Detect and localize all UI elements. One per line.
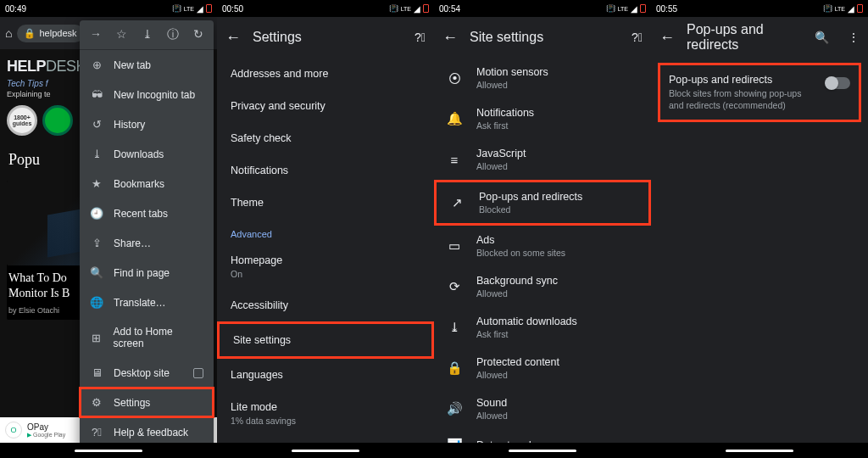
back-icon[interactable]: ← — [659, 29, 675, 47]
pane-chrome-menu: 00:49 📳 LTE ◢ ⌂ 🔒 helpdesk HELPDESK Tech… — [0, 0, 217, 458]
status-icons: 📳 LTE ◢ — [172, 4, 212, 14]
app-bar: ← Settings ?⃝ — [217, 17, 434, 58]
toggle-switch[interactable] — [826, 77, 850, 89]
system-nav — [0, 443, 217, 458]
menu-item-desktop-site[interactable]: 🖥Desktop site — [80, 358, 214, 388]
bell-icon: 🔔 — [446, 111, 463, 126]
menu-item-bookmarks[interactable]: ★Bookmarks — [80, 169, 214, 198]
menu-item-recent-tabs[interactable]: 🕘Recent tabs — [80, 198, 214, 228]
site-setting-row[interactable]: 🔔NotificationsAsk first — [434, 98, 651, 139]
menu-item-share-[interactable]: ⇪Share… — [80, 228, 214, 258]
ad-icon: O — [5, 422, 22, 438]
protected-icon: 🔒 — [446, 360, 463, 376]
back-icon[interactable]: ← — [225, 29, 241, 47]
sync-icon: ⟳ — [446, 279, 463, 294]
settings-item[interactable]: Accessibility — [217, 289, 434, 321]
home-icon[interactable]: ⌂ — [5, 26, 12, 40]
download-icon: ⤓ — [90, 148, 103, 160]
star-icon[interactable]: ☆ — [116, 27, 127, 42]
page-title: Site settings — [470, 30, 613, 45]
site-setting-row[interactable]: ≡JavaScriptAllowed — [434, 139, 651, 180]
forward-icon[interactable]: → — [90, 27, 102, 42]
signal-icon: ◢ — [197, 4, 203, 14]
settings-item[interactable]: Addresses and more — [217, 58, 434, 90]
ad-sub: ▶Google Play — [27, 432, 65, 438]
menu-item-add-to-home-screen[interactable]: ⊞Add to Home screen — [80, 317, 214, 358]
site-setting-row[interactable]: ▭AdsBlocked on some sites — [434, 226, 651, 266]
app-bar: ← Pop-ups and redirects 🔍 ⋮ — [651, 17, 868, 58]
popups-toggle-row[interactable]: Pop-ups and redirects Block sites from s… — [658, 63, 861, 122]
toggle-desc: Block sites from showing pop-ups and red… — [669, 88, 818, 111]
menu-item-downloads[interactable]: ⤓Downloads — [80, 139, 214, 169]
autodl-icon: ⤓ — [446, 320, 463, 335]
site-settings-list: ⦿Motion sensorsAllowed🔔NotificationsAsk … — [434, 58, 651, 458]
nav-pill[interactable] — [509, 450, 576, 452]
menu-item-new-tab[interactable]: ⊕New tab — [80, 50, 214, 80]
clock: 00:50 — [222, 4, 243, 14]
url-chip[interactable]: 🔒 helpdesk — [17, 25, 83, 42]
nav-pill[interactable] — [726, 450, 793, 452]
status-bar: 00:55 📳LTE◢ — [651, 0, 868, 17]
sound-icon: 🔊 — [446, 401, 463, 416]
menu-item-find-in-page[interactable]: 🔍Find in page — [80, 258, 214, 288]
settings-item[interactable]: Theme — [217, 187, 434, 219]
incognito-icon: 🕶 — [90, 88, 103, 101]
section-header: Advanced — [217, 219, 434, 244]
settings-item[interactable]: HomepageOn — [217, 244, 434, 289]
search-icon[interactable]: 🔍 — [815, 31, 829, 44]
gear-icon: ⚙ — [90, 396, 103, 409]
clock: 00:49 — [5, 4, 26, 14]
pane-site-settings: 00:54 📳LTE◢ ← Site settings ?⃝ ⦿Motion s… — [434, 0, 651, 458]
checkbox[interactable] — [193, 368, 203, 378]
back-icon[interactable]: ← — [442, 29, 458, 47]
settings-item[interactable]: Languages — [217, 359, 434, 391]
pane-popups: 00:55 📳LTE◢ ← Pop-ups and redirects 🔍 ⋮ … — [651, 0, 868, 458]
lte-indicator: LTE — [184, 6, 194, 12]
info-icon[interactable]: ⓘ — [167, 27, 179, 42]
nav-pill[interactable] — [292, 450, 359, 452]
clock-tabs-icon: 🕘 — [90, 207, 103, 220]
js-icon: ≡ — [446, 153, 463, 167]
site-setting-row[interactable]: 🔊SoundAllowed — [434, 388, 651, 429]
motion-icon: ⦿ — [446, 71, 463, 86]
settings-list: Addresses and morePrivacy and securitySa… — [217, 58, 434, 458]
menu-item-settings[interactable]: ⚙Settings — [80, 388, 214, 417]
history-icon: ↺ — [90, 118, 103, 131]
settings-item[interactable]: Privacy and security — [217, 90, 434, 122]
clock: 00:54 — [439, 4, 460, 14]
pane-settings: 00:50 📳LTE◢ ← Settings ?⃝ Addresses and … — [217, 0, 434, 458]
overflow-menu: → ☆ ⤓ ⓘ ↻ ⊕New tab🕶New Incognito tab↺His… — [80, 20, 214, 458]
settings-item[interactable]: Lite mode1% data savings — [217, 391, 434, 436]
status-bar: 00:50 📳LTE◢ — [217, 0, 434, 17]
help-icon: ?⃝ — [90, 426, 103, 438]
help-icon[interactable]: ?⃝ — [415, 31, 426, 44]
settings-item[interactable]: Safety check — [217, 122, 434, 154]
more-icon[interactable]: ⋮ — [848, 31, 860, 44]
status-bar: 00:54 📳LTE◢ — [434, 0, 651, 17]
share-icon: ⇪ — [90, 237, 103, 249]
menu-item-new-incognito-tab[interactable]: 🕶New Incognito tab — [80, 80, 214, 109]
menu-item-translate-[interactable]: 🌐Translate… — [80, 288, 214, 317]
desktop-icon: 🖥 — [90, 366, 103, 379]
system-nav — [651, 443, 868, 458]
site-setting-row[interactable]: ⤓Automatic downloadsAsk first — [434, 307, 651, 348]
settings-item[interactable]: Notifications — [217, 154, 434, 187]
download-icon[interactable]: ⤓ — [142, 27, 153, 42]
ad-title: OPay — [27, 422, 65, 432]
ads-icon: ▭ — [446, 238, 463, 254]
site-setting-row[interactable]: ↗Pop-ups and redirectsBlocked — [434, 180, 651, 226]
menu-item-history[interactable]: ↺History — [80, 109, 214, 139]
status-icons: 📳LTE◢ — [823, 4, 863, 14]
site-setting-row[interactable]: ⟳Background syncAllowed — [434, 266, 651, 307]
help-icon[interactable]: ?⃝ — [632, 31, 643, 44]
site-setting-row[interactable]: ⦿Motion sensorsAllowed — [434, 58, 651, 98]
menu-top-row: → ☆ ⤓ ⓘ ↻ — [80, 20, 214, 50]
status-icons: 📳LTE◢ — [606, 4, 646, 14]
page-title: Pop-ups and redirects — [687, 22, 796, 53]
settings-item[interactable]: Site settings — [217, 321, 434, 359]
nav-pill[interactable] — [75, 450, 142, 452]
reload-icon[interactable]: ↻ — [193, 27, 203, 42]
battery-icon — [206, 4, 212, 13]
site-setting-row[interactable]: 🔒Protected contentAllowed — [434, 348, 651, 388]
app-bar: ← Site settings ?⃝ — [434, 17, 651, 58]
